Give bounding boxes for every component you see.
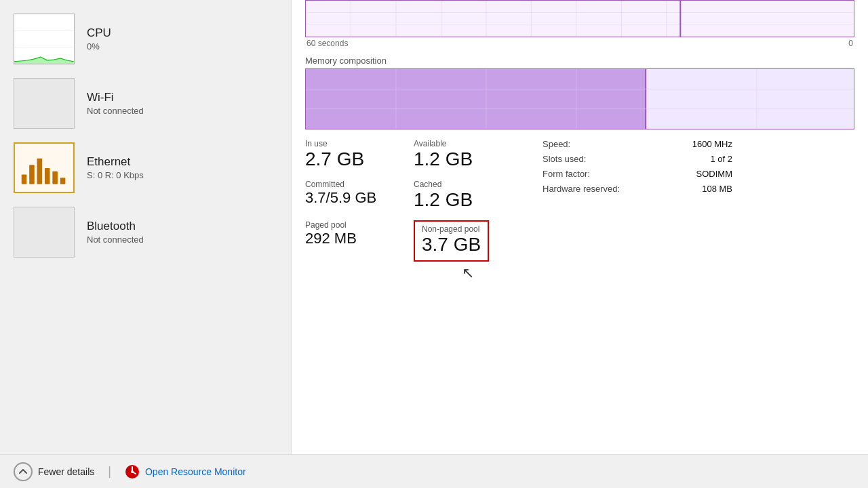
committed-value: 3.7/5.9 GB <box>305 189 414 206</box>
slots-value: 1 of 2 <box>710 154 732 164</box>
svg-rect-9 <box>52 171 58 184</box>
svg-rect-7 <box>37 159 43 184</box>
paged-pool-label: Paged pool <box>305 220 414 230</box>
wifi-label: Wi-Fi Not connected <box>87 91 144 116</box>
bluetooth-thumbnail <box>14 207 75 258</box>
sidebar-item-wifi[interactable]: Wi-Fi Not connected <box>0 71 291 136</box>
svg-rect-6 <box>29 165 35 184</box>
speed-label: Speed: <box>542 139 570 149</box>
paged-pool-stat: Paged pool 292 MB <box>305 220 414 281</box>
svg-point-35 <box>131 470 134 473</box>
in-use-stat: In use 2.7 GB <box>305 139 414 170</box>
sidebar-item-bluetooth[interactable]: Bluetooth Not connected <box>0 200 291 264</box>
hw-reserved-value: 108 MB <box>702 184 732 194</box>
right-stats: Speed: 1600 MHz Slots used: 1 of 2 Form … <box>542 139 732 282</box>
sidebar-item-cpu[interactable]: CPU 0% <box>0 7 291 71</box>
available-label: Available <box>414 139 522 148</box>
sidebar: CPU 0% Wi-Fi Not connected <box>0 0 292 454</box>
main-container: CPU 0% Wi-Fi Not connected <box>0 0 868 454</box>
footer-divider: | <box>108 464 111 479</box>
ethernet-title: Ethernet <box>87 155 144 169</box>
memory-graph-area: 60 seconds 0 <box>305 0 854 48</box>
content-panel: 60 seconds 0 Memory composition <box>292 0 868 454</box>
wifi-title: Wi-Fi <box>87 91 144 104</box>
non-paged-pool-label: Non-paged pool <box>422 224 481 234</box>
resource-monitor-icon <box>125 464 140 479</box>
fewer-details-button[interactable]: Fewer details <box>14 462 94 481</box>
non-paged-pool-highlight: Non-paged pool 3.7 GB <box>414 220 489 261</box>
wifi-thumbnail <box>14 78 75 129</box>
sidebar-item-ethernet[interactable]: Ethernet S: 0 R: 0 Kbps <box>0 136 291 200</box>
bluetooth-subtitle: Not connected <box>87 235 144 245</box>
memory-composition-bar <box>305 68 854 129</box>
form-factor-row: Form factor: SODIMM <box>542 169 732 179</box>
cached-value: 1.2 GB <box>414 189 522 211</box>
in-use-label: In use <box>305 139 414 148</box>
wifi-subtitle: Not connected <box>87 106 144 116</box>
svg-rect-5 <box>22 174 27 184</box>
stats-section: In use 2.7 GB Available 1.2 GB Committed… <box>305 139 854 282</box>
slots-row: Slots used: 1 of 2 <box>542 154 732 164</box>
committed-label: Committed <box>305 180 414 189</box>
svg-rect-0 <box>14 14 74 64</box>
time-label-right: 0 <box>848 39 853 48</box>
speed-value: 1600 MHz <box>692 139 732 149</box>
svg-rect-24 <box>306 69 646 129</box>
open-resource-monitor-button[interactable]: Open Resource Monitor <box>125 464 246 479</box>
svg-rect-8 <box>45 168 50 184</box>
svg-rect-10 <box>60 178 66 184</box>
ethernet-thumbnail <box>14 142 75 193</box>
form-factor-value: SODIMM <box>696 169 732 179</box>
available-value: 1.2 GB <box>414 148 522 170</box>
time-labels: 60 seconds 0 <box>305 39 854 48</box>
hw-reserved-label: Hardware reserved: <box>542 184 620 194</box>
time-label-left: 60 seconds <box>307 39 348 48</box>
bluetooth-label: Bluetooth Not connected <box>87 220 144 245</box>
cpu-title: CPU <box>87 26 111 40</box>
ethernet-label: Ethernet S: 0 R: 0 Kbps <box>87 155 144 180</box>
cached-stat: Cached 1.2 GB <box>414 180 522 211</box>
form-factor-label: Form factor: <box>542 169 590 179</box>
non-paged-pool-value: 3.7 GB <box>422 234 481 256</box>
fewer-details-label: Fewer details <box>38 466 94 477</box>
speed-row: Speed: 1600 MHz <box>542 139 732 149</box>
svg-rect-11 <box>306 1 854 37</box>
slots-label: Slots used: <box>542 154 586 164</box>
committed-stat: Committed 3.7/5.9 GB <box>305 180 414 211</box>
hw-reserved-row: Hardware reserved: 108 MB <box>542 184 732 194</box>
non-paged-pool-stat: Non-paged pool 3.7 GB ↖ <box>414 220 522 281</box>
open-monitor-label: Open Resource Monitor <box>145 466 246 477</box>
memory-composition-title: Memory composition <box>305 56 854 66</box>
available-stat: Available 1.2 GB <box>414 139 522 170</box>
mouse-cursor-icon: ↖ <box>414 264 522 282</box>
fewer-details-icon <box>14 462 33 481</box>
cpu-thumbnail <box>14 14 75 64</box>
in-use-value: 2.7 GB <box>305 148 414 170</box>
paged-pool-value: 292 MB <box>305 230 414 247</box>
cpu-label: CPU 0% <box>87 26 111 52</box>
bluetooth-title: Bluetooth <box>87 220 144 233</box>
left-stats: In use 2.7 GB Available 1.2 GB Committed… <box>305 139 522 282</box>
memory-usage-graph <box>305 0 854 37</box>
bottom-bar: Fewer details | Open Resource Monitor <box>0 454 868 488</box>
ethernet-subtitle: S: 0 R: 0 Kbps <box>87 170 144 180</box>
cpu-subtitle: 0% <box>87 41 111 52</box>
cached-label: Cached <box>414 180 522 189</box>
